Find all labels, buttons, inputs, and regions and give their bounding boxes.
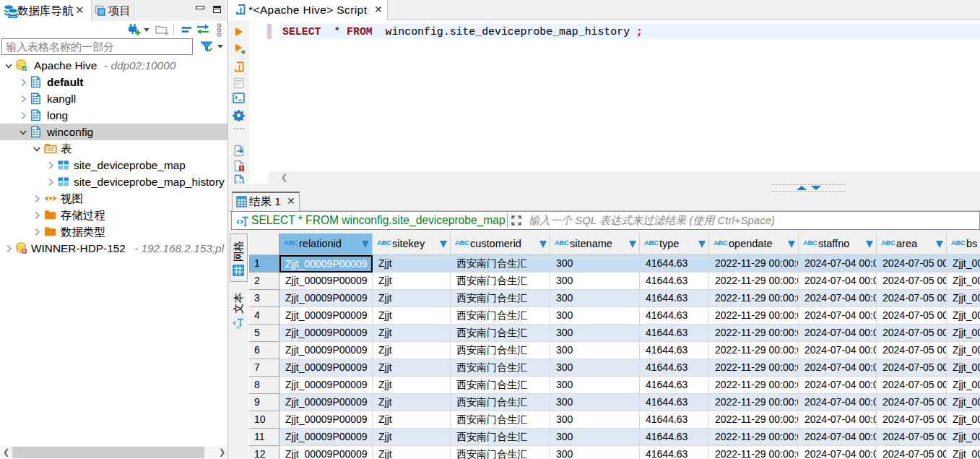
svg-text:ABC: ABC [555,239,569,246]
svg-text:ABC: ABC [951,239,966,246]
svg-text:ABC: ABC [803,239,818,246]
svg-text:ABC: ABC [714,239,728,246]
svg-text:ABC: ABC [455,239,469,246]
svg-text:ABC: ABC [881,239,896,246]
svg-text:ABC: ABC [644,239,659,246]
svg-text:ABC: ABC [377,239,391,246]
svg-text:ABC: ABC [284,239,298,246]
